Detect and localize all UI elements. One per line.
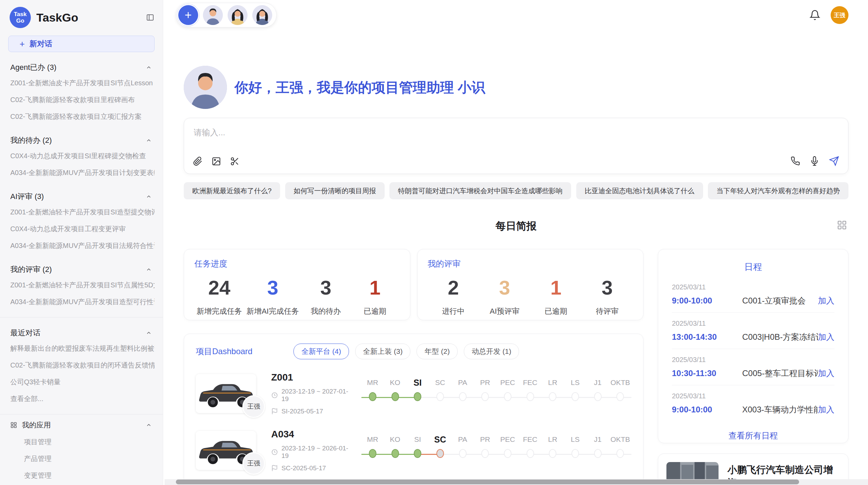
section-header[interactable]: 我的评审 (2) xyxy=(8,264,155,275)
sidebar-item[interactable]: A034-全新新能源MUV产品开发项目造型可行性评审 xyxy=(8,294,155,310)
chevron-up-icon[interactable] xyxy=(146,422,152,428)
event-date: 2025/03/11 xyxy=(672,320,834,327)
horizontal-scrollbar-track[interactable] xyxy=(165,479,868,485)
milestone-dot xyxy=(391,392,399,401)
recent-conversation-item[interactable]: 解释最新出台的欧盟报废车法规再生塑料比例被调至15%... xyxy=(8,340,155,357)
chevron-up-icon[interactable] xyxy=(146,330,152,336)
milestone-dot xyxy=(549,449,556,458)
stat: 3 新增AI完成任务 xyxy=(246,277,299,316)
filter-chip[interactable]: 年型 (2) xyxy=(417,344,458,359)
milestone-label: LR xyxy=(541,434,564,445)
my-review-card: 我的评审 2 进行中 3 AI预评审 xyxy=(417,249,644,320)
section-header[interactable]: AI评审 (3) xyxy=(8,191,155,202)
chevron-up-icon[interactable] xyxy=(146,194,152,200)
milestone-label: KO xyxy=(384,434,407,445)
suggestion-chip[interactable]: 当下年轻人对汽车外观有怎样的喜好趋势 xyxy=(708,182,848,199)
flag-icon xyxy=(271,465,278,472)
project-row[interactable]: 王强 Z001 2023-12-19 ~ 2027-01-19 xyxy=(196,373,631,414)
project-row[interactable]: 王强 A034 2023-12-19 ~ 2026-01-19 xyxy=(196,430,631,471)
app-item[interactable]: 变更管理 xyxy=(8,467,155,484)
filter-chip[interactable]: 全新上装 (3) xyxy=(355,344,411,359)
stat-value: 2 xyxy=(431,277,475,298)
sidebar-item[interactable]: C0X4-动力总成开发项目工程变更评审 xyxy=(8,221,155,237)
layout-grid-icon[interactable] xyxy=(837,220,847,230)
agent-avatar-2[interactable] xyxy=(228,5,248,25)
scissors-icon[interactable] xyxy=(230,157,240,166)
stat-label: 新增AI完成任务 xyxy=(246,306,299,316)
suggestion-chip[interactable]: 如何写一份清晰的项目周报 xyxy=(285,182,385,199)
send-icon[interactable] xyxy=(829,156,839,166)
project-milestone-date: SI-2025-05-17 xyxy=(271,408,352,415)
attachment-icon[interactable] xyxy=(193,157,203,166)
event-join-link[interactable]: 加入 xyxy=(818,368,834,379)
image-icon[interactable] xyxy=(212,157,221,166)
chevron-up-icon[interactable] xyxy=(146,64,152,71)
milestone-timeline: MRKOSISCPAPRPECFECLRLSJ1OKTB xyxy=(361,434,631,467)
new-chat-button[interactable]: + 新对话 xyxy=(8,36,155,52)
view-all-schedule-link[interactable]: 查看所有日程 xyxy=(672,430,834,441)
divider xyxy=(0,414,163,414)
filter-chip[interactable]: 动总开发 (1) xyxy=(464,344,519,359)
recent-conversation-item[interactable]: 公司Q3轻卡销量 xyxy=(8,374,155,390)
section-header[interactable]: 最近对话 xyxy=(8,328,155,338)
event-join-link[interactable]: 加入 xyxy=(818,404,834,415)
chevron-up-icon[interactable] xyxy=(146,137,152,144)
horizontal-scrollbar-thumb[interactable] xyxy=(176,480,799,484)
sidebar-item[interactable]: Z001-全新燃油轻卡产品开发项目SI节点属性5D文件评审 xyxy=(8,277,155,294)
task-progress-card: 任务进度 24 新增完成任务 3 新增AI xyxy=(184,249,410,320)
event-join-link[interactable]: 加入 xyxy=(818,295,834,306)
notification-bell-icon[interactable] xyxy=(809,10,820,21)
message-input[interactable] xyxy=(189,123,843,142)
milestone-cell: SC xyxy=(429,434,451,467)
divider xyxy=(0,317,163,318)
sidebar-item[interactable]: C02-飞腾新能源轻客改款项目里程碑画布 xyxy=(8,91,155,108)
add-agent-button[interactable] xyxy=(178,5,198,25)
sidebar-collapse-icon[interactable] xyxy=(146,13,155,22)
stat-value: 1 xyxy=(534,277,578,298)
milestone-dot xyxy=(616,392,624,401)
app-item[interactable]: 产品管理 xyxy=(8,450,155,467)
sidebar-item[interactable]: A034-全新新能源MUV产品开发项目法规符合性评审 xyxy=(8,237,155,254)
sidebar: Task Go TaskGo + 新对话 Agent已办 (3) Z001-全新… xyxy=(0,0,163,485)
section-header[interactable]: Agent已办 (3) xyxy=(8,62,155,73)
milestone-label: LS xyxy=(564,434,587,445)
sidebar-item[interactable]: C02-飞腾新能源轻客改款项目立项汇报方案 xyxy=(8,108,155,125)
sidebar-item[interactable]: A034-全新新能源MUV产品开发项目计划变更表编写 xyxy=(8,164,155,181)
project-image: 王强 xyxy=(196,374,256,413)
my-apps-row[interactable]: 我的应用 xyxy=(8,416,155,434)
event-date: 2025/03/11 xyxy=(672,283,834,291)
project-dates: 2023-12-19 ~ 2027-01-19 xyxy=(271,388,352,403)
phone-icon[interactable] xyxy=(791,156,800,166)
agent-avatar-3[interactable] xyxy=(252,5,272,25)
main-area: 王强 你好，王强，我是你的项目管理助理 小识 欧洲新规最近颁布了什么?如何写一份… xyxy=(163,0,868,485)
section-header[interactable]: 我的待办 (2) xyxy=(8,135,155,146)
suggestion-chip[interactable]: 特朗普可能对进口汽车增税会对中国车企造成哪些影响 xyxy=(389,182,571,199)
milestone-label: OKTB xyxy=(609,434,631,445)
suggestion-chip[interactable]: 比亚迪全固态电池计划具体说了什么 xyxy=(576,182,703,199)
milestone-cell: PA xyxy=(451,377,474,410)
milestone-cell: LR xyxy=(541,434,564,467)
my-apps-label: 我的应用 xyxy=(22,420,51,430)
sidebar-item[interactable]: Z001-全新燃油皮卡产品开发项目SI节点Lesson Learn报告 xyxy=(8,75,155,91)
event-title: C001-立项审批会 xyxy=(742,295,818,306)
owner-badge: 王强 xyxy=(242,452,265,475)
sidebar-item[interactable]: Z001-全新燃油轻卡产品开发项目SI造型提交物评审 xyxy=(8,204,155,221)
user-avatar[interactable]: 王强 xyxy=(831,6,848,24)
recent-conversation-item[interactable]: 查看全部... xyxy=(8,390,155,407)
stat-label: 已逾期 xyxy=(353,306,397,316)
app-item[interactable]: 项目管理 xyxy=(8,434,155,450)
recent-conversation-item[interactable]: C02-飞腾新能源轻客改款项目的闭环通告反馈情况 xyxy=(8,357,155,374)
milestone-label: MR xyxy=(361,434,384,445)
event-join-link[interactable]: 加入 xyxy=(818,332,834,343)
suggestion-chip[interactable]: 欧洲新规最近颁布了什么? xyxy=(184,182,280,199)
sidebar-item[interactable]: C0X4-动力总成开发项目SI里程碑提交物检查 xyxy=(8,148,155,164)
stat: 2 进行中 xyxy=(431,277,475,316)
chevron-up-icon[interactable] xyxy=(146,266,152,273)
agent-avatar-1[interactable] xyxy=(203,5,223,25)
filter-chip[interactable]: 全新平台 (4) xyxy=(293,344,349,359)
microphone-icon[interactable] xyxy=(810,156,819,166)
milestone-dot xyxy=(369,392,376,401)
project-code: A034 xyxy=(271,429,352,440)
project-info: Z001 2023-12-19 ~ 2027-01-19 SI-2025-05-… xyxy=(271,372,352,415)
event-time: 13:00-14:30 xyxy=(672,332,742,342)
